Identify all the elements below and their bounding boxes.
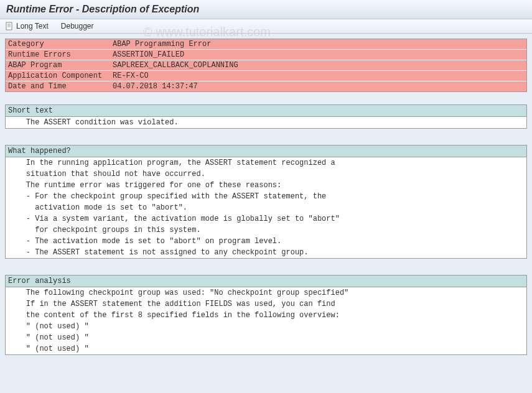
summary-value: RE-FX-CO — [113, 72, 524, 80]
svg-rect-0 — [6, 22, 12, 30]
section-line: In the running application program, the … — [6, 157, 526, 169]
summary-label: Runtime Errors — [8, 50, 113, 59]
summary-value: ABAP Programming Error — [113, 40, 524, 49]
short-text-section: Short text The ASSERT condition was viol… — [5, 104, 527, 129]
section-line: situation that should not have occurred. — [6, 169, 526, 180]
section-line: The runtime error was triggered for one … — [6, 180, 526, 191]
section-line: " (not used) " — [6, 321, 526, 332]
section-line: - The ASSERT statement is not assigned t… — [6, 247, 526, 258]
summary-value: 04.07.2018 14:37:47 — [113, 82, 524, 91]
debugger-button[interactable]: Debugger — [61, 22, 94, 30]
section-line: activation mode is set to "abort". — [6, 202, 526, 213]
window-title: Runtime Error - Description of Exception — [0, 0, 532, 19]
summary-box: Category ABAP Programming Error Runtime … — [5, 39, 527, 92]
section-header: Error analysis — [6, 275, 526, 287]
content-area: Category ABAP Programming Error Runtime … — [0, 34, 532, 360]
long-text-label: Long Text — [16, 22, 49, 30]
section-line: - Via a system variant, the activation m… — [6, 213, 526, 224]
section-line: for checkpoint groups in this system. — [6, 224, 526, 236]
what-happened-section: What happened? In the running applicatio… — [5, 145, 527, 259]
window-title-text: Runtime Error - Description of Exception — [6, 4, 199, 14]
document-icon — [5, 22, 14, 30]
section-line: " (not used) " — [6, 332, 526, 343]
section-line: The ASSERT condition was violated. — [6, 117, 526, 128]
long-text-button[interactable]: Long Text — [5, 22, 49, 30]
summary-row-runtime-errors: Runtime Errors ASSERTION_FAILED — [6, 50, 526, 60]
summary-value: ASSERTION_FAILED — [113, 50, 524, 59]
section-line: - The activation mode is set to "abort" … — [6, 236, 526, 247]
summary-label: ABAP Program — [8, 61, 113, 70]
summary-row-app-component: Application Component RE-FX-CO — [6, 71, 526, 81]
summary-row-category: Category ABAP Programming Error — [6, 39, 526, 50]
summary-row-abap-program: ABAP Program SAPLREEX_CALLBACK_COPLANNIN… — [6, 60, 526, 71]
section-header: Short text — [6, 105, 526, 117]
summary-label: Date and Time — [8, 82, 113, 91]
summary-row-date-time: Date and Time 04.07.2018 14:37:47 — [6, 81, 526, 91]
section-line: " (not used) " — [6, 343, 526, 354]
section-line: If in the ASSERT statement the addition … — [6, 298, 526, 310]
debugger-label: Debugger — [61, 22, 94, 30]
summary-value: SAPLREEX_CALLBACK_COPLANNING — [113, 61, 524, 70]
error-analysis-section: Error analysis The following checkpoint … — [5, 275, 527, 355]
section-line: - For the checkpoint group specified wit… — [6, 191, 526, 202]
toolbar: Long Text Debugger — [0, 19, 532, 34]
section-line: The following checkpoint group was used:… — [6, 287, 526, 298]
summary-label: Application Component — [8, 72, 113, 80]
section-line: the content of the first 8 specified fie… — [6, 310, 526, 321]
summary-label: Category — [8, 40, 113, 49]
section-header: What happened? — [6, 146, 526, 157]
